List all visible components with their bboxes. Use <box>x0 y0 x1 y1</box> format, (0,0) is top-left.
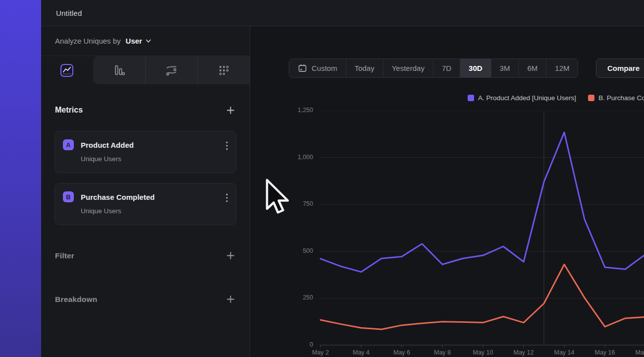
x-tick-label: May 12 <box>508 349 539 356</box>
date-range-12m[interactable]: 12M <box>546 59 578 77</box>
x-tick-label: May 10 <box>467 349 499 356</box>
breakdown-section-header: Breakdown <box>41 291 250 308</box>
date-range-label: 3M <box>500 64 510 72</box>
metric-a-badge: A <box>63 139 74 150</box>
breakdown-heading: Breakdown <box>55 295 97 304</box>
date-range-label: 30D <box>469 64 483 72</box>
y-tick-label: 250 <box>282 294 313 301</box>
metric-b-menu-button[interactable] <box>225 192 229 205</box>
x-tick-label: May 6 <box>386 349 418 356</box>
y-tick-label: 0 <box>282 341 313 348</box>
metric-a-measurement: Unique Users <box>81 155 236 163</box>
chart-legend: A. Product Added [Unique Users]B. Purcha… <box>468 94 644 102</box>
add-metric-button[interactable] <box>225 105 236 116</box>
kebab-menu-icon <box>226 193 228 202</box>
compare-button[interactable]: Compare <box>596 59 644 78</box>
date-range-label: Yesterday <box>392 64 425 72</box>
legend-swatch <box>588 95 594 101</box>
legend-item[interactable]: B. Purchase Completed [Unique Users] <box>588 94 644 102</box>
metric-a-name: Product Added <box>81 141 228 149</box>
metric-card-b-header: B Purchase Completed <box>55 183 236 202</box>
metric-card-a[interactable]: A Product Added Unique Users <box>54 131 236 173</box>
x-tick-label: May 14 <box>548 349 580 356</box>
query-sidebar: Analyze Uniques by User <box>41 26 250 357</box>
date-range-custom[interactable]: Custom <box>289 59 346 77</box>
add-filter-button[interactable] <box>225 250 236 261</box>
tab-bar-chart[interactable] <box>93 56 145 84</box>
tab-grid[interactable] <box>197 56 250 84</box>
x-tick-label: May 2 <box>305 349 336 356</box>
chart-type-tabs <box>41 56 250 84</box>
y-tick-label: 500 <box>282 247 313 254</box>
grid-dots-icon <box>217 64 230 77</box>
metric-card-a-header: A Product Added <box>55 131 236 150</box>
y-tick-label: 1,250 <box>282 107 313 114</box>
date-range-7d[interactable]: 7D <box>433 59 460 77</box>
metrics-section-header: Metrics <box>41 102 250 118</box>
series-line <box>321 132 644 272</box>
date-range-label: 12M <box>555 64 569 72</box>
date-range-label: 7D <box>442 64 451 72</box>
plus-icon <box>226 106 235 115</box>
chart-type-tab-group <box>93 56 250 84</box>
legend-swatch <box>468 95 474 101</box>
left-accent-strip <box>0 0 41 357</box>
filter-section-header: Filter <box>41 247 250 264</box>
chart-panel: CustomTodayYesterday7D30D3M6M12M Compare… <box>250 26 644 357</box>
date-range-label: Today <box>355 64 375 72</box>
plus-icon <box>226 295 235 303</box>
plus-icon <box>226 251 235 260</box>
top-bar: Untitled <box>41 0 644 26</box>
y-tick-label: 1,000 <box>282 154 313 161</box>
x-tick-label: May 16 <box>589 349 621 356</box>
metric-b-measurement: Unique Users <box>81 207 236 215</box>
tab-line-chart[interactable] <box>41 56 93 84</box>
analyze-by-dropdown[interactable]: User <box>126 37 151 45</box>
analyze-by-row: Analyze Uniques by User <box>41 26 250 56</box>
analytics-app: { "window": { "title": "Untitled" }, "si… <box>0 0 644 357</box>
calendar-icon <box>298 63 307 73</box>
metric-b-name: Purchase Completed <box>81 193 228 201</box>
chevron-down-icon <box>146 39 151 43</box>
line-chart-icon <box>60 63 74 77</box>
add-breakdown-button[interactable] <box>225 294 236 305</box>
legend-label: A. Product Added [Unique Users] <box>478 94 576 102</box>
y-tick-label: 750 <box>282 200 313 207</box>
bar-chart-icon <box>112 64 125 77</box>
x-tick-label: May 4 <box>345 349 377 356</box>
analyze-by-value: User <box>126 37 142 45</box>
date-range-3m[interactable]: 3M <box>491 59 519 77</box>
tab-flows[interactable] <box>145 56 198 84</box>
kebab-menu-icon <box>226 141 228 150</box>
date-range-label: Custom <box>312 64 337 72</box>
x-tick-label: May 18 <box>630 349 644 356</box>
x-tick-label: May 8 <box>427 349 458 356</box>
date-range-today[interactable]: Today <box>346 59 383 77</box>
date-range-6m[interactable]: 6M <box>518 59 546 77</box>
date-range-control: CustomTodayYesterday7D30D3M6M12M <box>289 59 578 78</box>
legend-label: B. Purchase Completed [Unique Users] <box>598 94 644 102</box>
series-line <box>321 264 644 329</box>
metric-a-menu-button[interactable] <box>225 140 229 153</box>
metrics-heading: Metrics <box>55 106 83 115</box>
analyze-by-label: Analyze Uniques by <box>55 37 121 45</box>
flows-icon <box>165 64 178 77</box>
date-range-30d[interactable]: 30D <box>460 59 491 77</box>
line-chart-plot[interactable] <box>320 111 644 350</box>
legend-item[interactable]: A. Product Added [Unique Users] <box>468 94 576 102</box>
date-range-yesterday[interactable]: Yesterday <box>383 59 433 77</box>
metric-card-b[interactable]: B Purchase Completed Unique Users <box>54 183 236 225</box>
report-title: Untitled <box>56 9 82 17</box>
date-range-label: 6M <box>527 64 537 72</box>
metric-b-badge: B <box>63 191 74 202</box>
filter-heading: Filter <box>55 251 74 260</box>
